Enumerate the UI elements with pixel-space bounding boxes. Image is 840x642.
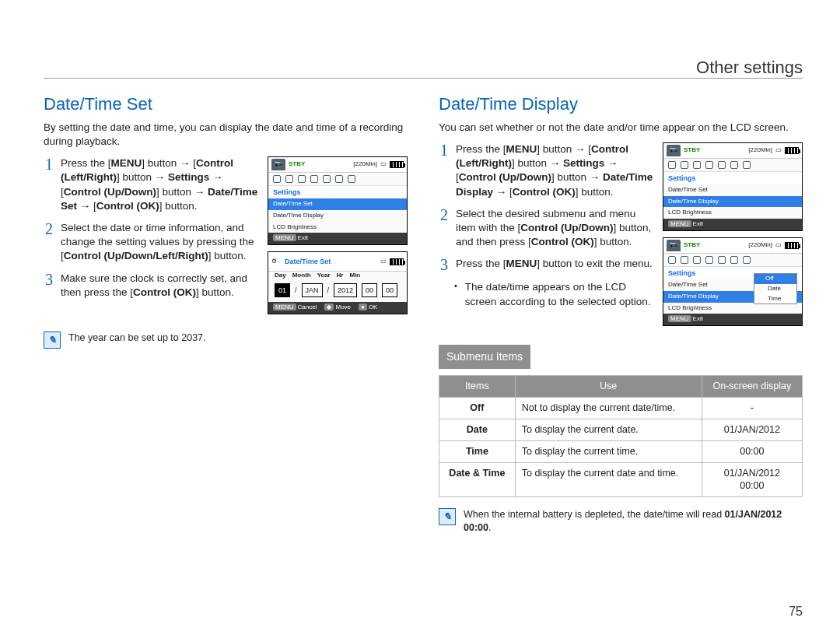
cell-osd: 01/JAN/2012 xyxy=(702,419,802,440)
lcd-datetime-display-popup: 📷 STBY [220Min] ▭ Settings Date/Time Set… xyxy=(663,237,803,326)
label-month: Month xyxy=(292,272,311,280)
submenu-table: Items Use On-screen display OffNot to di… xyxy=(439,375,803,497)
lcd-settings-datetime-display: 📷 STBY [220Min] ▭ Settings Date/Time Set… xyxy=(663,142,803,231)
step-number: 2 xyxy=(439,207,448,223)
step-number: 2 xyxy=(44,221,53,237)
step-2-left: 2 Select the date or time information, a… xyxy=(44,221,258,264)
label-year: Year xyxy=(317,272,331,280)
menu-row: LCD Brightness xyxy=(663,207,802,219)
step-1-right: 1 Press the [MENU] button → [Control (Le… xyxy=(439,142,653,199)
popup-item: Time xyxy=(768,295,781,303)
cell-use: Not to display the current date/time. xyxy=(515,397,702,419)
note-right: ✎ When the internal battery is depleted,… xyxy=(439,508,803,535)
label-hr: Hr xyxy=(337,272,344,280)
note-text: When the internal battery is depleted, t… xyxy=(464,508,803,535)
top-rule xyxy=(44,78,803,79)
card-icon: ▭ xyxy=(775,241,782,250)
menu-heading: Settings xyxy=(663,172,802,184)
step-2-right: 2 Select the desired submenu and menu it… xyxy=(439,207,653,250)
value-min: 00 xyxy=(382,283,397,297)
step-text: Make sure the clock is correctly set, an… xyxy=(61,272,258,300)
submenu-tbody: OffNot to display the current date/time.… xyxy=(439,397,803,496)
value-year: 2012 xyxy=(334,283,357,297)
cell-item: Time xyxy=(439,440,516,462)
label-day: Day xyxy=(275,272,286,280)
th-osd: On-screen display xyxy=(702,376,802,398)
value-month: JAN xyxy=(302,283,323,297)
camera-icon: 📷 xyxy=(667,240,681,251)
section-heading-right: Date/Time Display xyxy=(439,93,803,116)
battery-icon xyxy=(390,161,404,168)
record-time: [220Min] xyxy=(748,146,772,155)
right-screenshots: 📷 STBY [220Min] ▭ Settings Date/Time Set… xyxy=(663,142,803,332)
step-number: 1 xyxy=(439,142,448,158)
popup-item: Off xyxy=(765,275,774,283)
cell-use: To display the current date. xyxy=(515,419,702,440)
value-hr: 00 xyxy=(362,283,377,297)
step-text: Press the [MENU] button → [Control (Left… xyxy=(456,142,653,199)
bullet-icon: • xyxy=(454,280,457,292)
chapter-title: Other settings xyxy=(696,56,803,79)
battery-icon xyxy=(785,147,799,154)
card-icon: ▭ xyxy=(775,146,782,155)
left-steps-1-2: 1 Press the [MENU] button → [Control (Le… xyxy=(44,156,258,307)
note-icon: ✎ xyxy=(439,508,456,525)
menu-row: Date/Time Display xyxy=(268,210,407,222)
step-text: Press the [MENU] button to exit the menu… xyxy=(456,257,653,271)
camera-icon: 📷 xyxy=(667,145,681,156)
cell-use: To display the current date and time. xyxy=(515,462,702,497)
right-column: Date/Time Display You can set whether or… xyxy=(439,93,803,535)
note-icon: ✎ xyxy=(44,332,61,349)
value-day: 01 xyxy=(275,283,290,297)
note-text: The year can be set up to 2037. xyxy=(68,332,206,345)
stby-label: STBY xyxy=(684,146,700,155)
cell-item: Off xyxy=(439,397,516,419)
card-icon: ▭ xyxy=(380,160,387,169)
step-text: Select the desired submenu and menu item… xyxy=(456,207,653,250)
popup-options: ✓Off Date Time xyxy=(754,273,797,304)
cell-osd: - xyxy=(702,397,802,419)
lcd-settings-datetime-set: 📷 STBY [220Min] ▭ Settings Date/Time Set… xyxy=(268,156,408,245)
cell-item: Date & Time xyxy=(439,462,516,497)
submenu-items-header: Submenu Items xyxy=(439,345,530,369)
th-items: Items xyxy=(439,376,516,398)
stby-label: STBY xyxy=(684,241,700,250)
menu-row-selected: Date/Time Set xyxy=(268,198,407,210)
intro-right: You can set whether or not the date and/… xyxy=(439,121,803,135)
menu-row: LCD Brightness xyxy=(268,222,407,233)
left-screenshots: 📷 STBY [220Min] ▭ Settings Date/Time Set… xyxy=(268,156,408,321)
gear-icon: ⚙ xyxy=(271,258,277,266)
stby-label: STBY xyxy=(289,160,305,169)
menu-row: Date/Time Set xyxy=(663,184,802,196)
cell-osd: 00:00 xyxy=(702,440,802,462)
step-number: 1 xyxy=(44,156,53,172)
cell-item: Date xyxy=(439,419,516,440)
cell-use: To display the current time. xyxy=(515,440,702,462)
lcd-datetime-editor: ⚙ Date/Time Set ▭ Day Month Year Hr Min xyxy=(268,251,408,314)
step-3-left: 3 Make sure the clock is correctly set, … xyxy=(44,272,258,300)
section-heading-left: Date/Time Set xyxy=(44,93,408,116)
panel-title: Date/Time Set xyxy=(280,254,335,269)
step-text: Select the date or time information, and… xyxy=(61,221,258,264)
th-use: Use xyxy=(515,376,702,398)
step-number: 3 xyxy=(44,272,53,287)
battery-icon xyxy=(390,258,404,265)
menu-heading: Settings xyxy=(268,186,407,198)
bullet-right: • The date/time appears on the LCD scree… xyxy=(456,280,653,308)
check-icon: ✓ xyxy=(758,275,763,283)
step-1-left: 1 Press the [MENU] button → [Control (Le… xyxy=(44,156,258,213)
record-time: [220Min] xyxy=(353,160,377,169)
card-icon: ▭ xyxy=(380,258,387,266)
step-number: 3 xyxy=(439,257,448,272)
label-min: Min xyxy=(349,272,360,280)
battery-icon xyxy=(785,242,799,249)
intro-left: By setting the date and time, you can di… xyxy=(44,121,408,149)
step-text: Press the [MENU] button → [Control (Left… xyxy=(61,156,258,213)
page-number: 75 xyxy=(789,603,803,620)
popup-item: Date xyxy=(768,285,781,293)
record-time: [220Min] xyxy=(748,241,772,250)
two-column-layout: Date/Time Set By setting the date and ti… xyxy=(44,93,803,535)
menu-row-selected: Date/Time Display xyxy=(663,196,802,208)
step-3-right: 3 Press the [MENU] button to exit the me… xyxy=(439,257,653,272)
camera-icon: 📷 xyxy=(271,159,285,170)
